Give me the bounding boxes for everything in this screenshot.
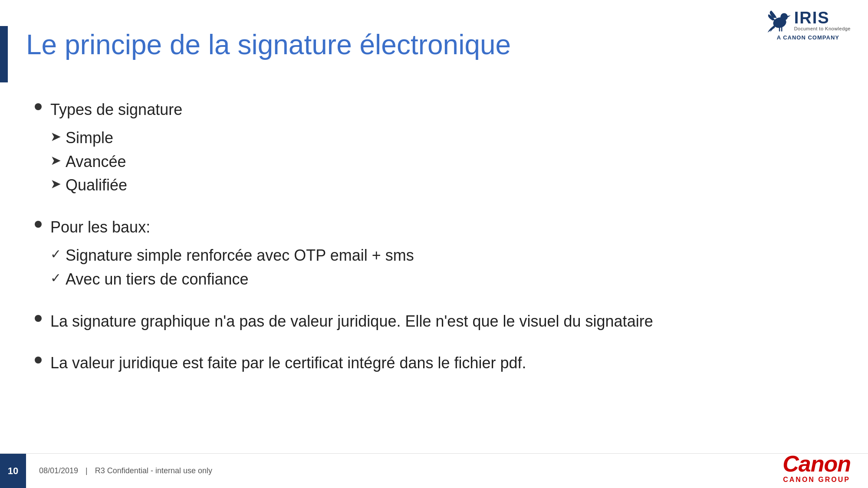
svg-point-1 bbox=[780, 13, 788, 20]
sub-item-simple: ➤ Simple bbox=[50, 128, 833, 148]
footer-separator: | bbox=[85, 466, 88, 475]
bullet-types: Types de signature bbox=[35, 100, 833, 120]
canon-wordmark: Canon bbox=[783, 452, 851, 475]
slide-content: Types de signature ➤ Simple ➤ Avancée ➤ … bbox=[35, 100, 833, 395]
bullet-baux-text: Pour les baux: bbox=[50, 217, 150, 238]
sub-item-qualifiee: ➤ Qualifiée bbox=[50, 175, 833, 196]
arrow-icon: ➤ bbox=[50, 129, 61, 144]
iris-logo: IRIS Document to Knowledge bbox=[766, 9, 851, 33]
bullet-dot-4-icon bbox=[35, 357, 42, 364]
section-juridique: La valeur juridique est faite par le cer… bbox=[35, 353, 833, 373]
svg-rect-3 bbox=[781, 27, 783, 31]
sub-item-avancee: ➤ Avancée bbox=[50, 152, 833, 172]
page-number-box: 10 bbox=[0, 454, 26, 488]
left-accent-bar bbox=[0, 26, 8, 82]
bullet-types-text: Types de signature bbox=[50, 100, 182, 120]
bullet-baux: Pour les baux: bbox=[35, 217, 833, 238]
section-graphique: La signature graphique n'a pas de valeur… bbox=[35, 311, 833, 332]
check-icon-2: ✓ bbox=[50, 270, 61, 285]
sub-text-qualifiee: Qualifiée bbox=[66, 175, 127, 196]
sub-text-otp: Signature simple renforcée avec OTP emai… bbox=[66, 246, 414, 266]
bullet-dot-icon bbox=[35, 103, 42, 110]
bullet-dot-3-icon bbox=[35, 315, 42, 322]
slide-footer: 10 08/01/2019 | R3 Confidential - intern… bbox=[0, 453, 868, 488]
bullet-graphique: La signature graphique n'a pas de valeur… bbox=[35, 311, 833, 332]
slide-title: Le principe de la signature électronique bbox=[26, 28, 729, 62]
sub-items-baux: ✓ Signature simple renforcée avec OTP em… bbox=[50, 246, 833, 290]
bullet-juridique: La valeur juridique est faite par le cer… bbox=[35, 353, 833, 373]
iris-canon-company-label: A CANON COMPANY bbox=[777, 34, 839, 41]
svg-rect-2 bbox=[779, 27, 780, 31]
footer-date: 08/01/2019 bbox=[39, 466, 78, 475]
section-types: Types de signature ➤ Simple ➤ Avancée ➤ … bbox=[35, 100, 833, 196]
footer-meta: 08/01/2019 | R3 Confidential - internal … bbox=[39, 466, 868, 475]
iris-brand-text: IRIS bbox=[794, 10, 830, 26]
bullet-juridique-text: La valeur juridique est faite par le cer… bbox=[50, 353, 526, 373]
arrow-icon-2: ➤ bbox=[50, 153, 61, 168]
sub-text-tiers: Avec un tiers de confiance bbox=[66, 269, 249, 290]
canon-logo-area: Canon CANON GROUP bbox=[783, 452, 851, 484]
sub-text-avancee: Avancée bbox=[66, 152, 126, 172]
check-icon-1: ✓ bbox=[50, 246, 61, 262]
bullet-dot-2-icon bbox=[35, 221, 42, 228]
footer-confidentiality: R3 Confidential - internal use only bbox=[95, 466, 212, 475]
iris-bird-icon bbox=[766, 9, 792, 33]
iris-logo-area: IRIS Document to Knowledge A CANON COMPA… bbox=[766, 9, 851, 41]
bullet-graphique-text: La signature graphique n'a pas de valeur… bbox=[50, 311, 653, 332]
sub-item-tiers: ✓ Avec un tiers de confiance bbox=[50, 269, 833, 290]
sub-items-types: ➤ Simple ➤ Avancée ➤ Qualifiée bbox=[50, 128, 833, 196]
section-baux: Pour les baux: ✓ Signature simple renfor… bbox=[35, 217, 833, 289]
sub-text-simple: Simple bbox=[66, 128, 113, 148]
page-number: 10 bbox=[8, 465, 18, 477]
iris-text-group: IRIS Document to Knowledge bbox=[794, 10, 851, 32]
sub-item-otp: ✓ Signature simple renforcée avec OTP em… bbox=[50, 246, 833, 266]
iris-sub-text: Document to Knowledge bbox=[794, 26, 851, 32]
arrow-icon-3: ➤ bbox=[50, 176, 61, 191]
canon-group-text: CANON GROUP bbox=[783, 476, 850, 484]
